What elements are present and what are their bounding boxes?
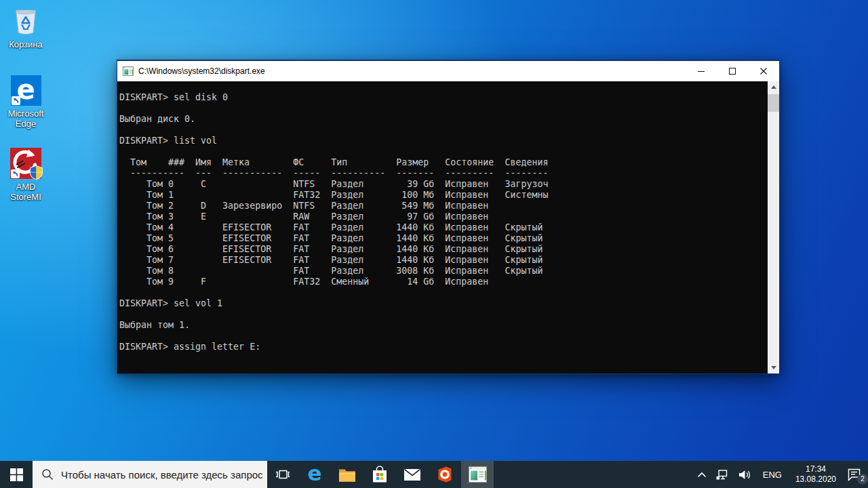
close-button[interactable] <box>748 61 779 81</box>
taskbar-file-explorer-button[interactable] <box>331 461 363 488</box>
system-tray: ENG 17:34 13.08.2020 2 <box>692 461 868 488</box>
search-placeholder: Чтобы начать поиск, введите здесь запрос <box>61 469 263 481</box>
desktop-icon-microsoft-edge[interactable]: e Microsoft Edge <box>1 73 51 129</box>
task-view-icon <box>275 468 290 481</box>
window-titlebar[interactable]: C:\Windows\system32\diskpart.exe <box>117 61 779 81</box>
console-output[interactable]: DISKPART> sel disk 0 Выбран диск 0. DISK… <box>117 81 768 373</box>
file-explorer-icon <box>338 468 356 482</box>
scroll-up-arrow-icon <box>771 85 776 89</box>
network-tray-icon[interactable] <box>711 461 734 488</box>
scroll-down-arrow-icon <box>771 366 776 369</box>
office-icon <box>437 466 453 483</box>
console-window-icon <box>469 466 487 483</box>
window-controls <box>686 61 779 81</box>
start-button[interactable] <box>0 461 33 488</box>
desktop-icon-recycle-bin[interactable]: Корзина <box>1 4 51 49</box>
taskbar-store-button[interactable] <box>363 461 396 488</box>
clock-time: 17:34 <box>795 464 836 474</box>
mail-icon <box>404 469 420 481</box>
console-scrollbar[interactable] <box>768 81 779 373</box>
desktop-icon-label: Microsoft Edge <box>1 108 51 129</box>
console-window: C:\Windows\system32\diskpart.exe DISKPAR… <box>117 60 780 374</box>
amd-storemi-icon <box>10 148 41 179</box>
notification-badge: 2 <box>857 474 868 485</box>
maximize-button[interactable] <box>717 61 748 81</box>
clock-date: 13.08.2020 <box>795 474 836 485</box>
edge-icon: e <box>11 75 41 106</box>
language-indicator[interactable]: ENG <box>756 470 789 480</box>
desktop: Корзина e Microsoft Edge <box>0 0 868 488</box>
speaker-icon <box>738 470 751 480</box>
chevron-up-icon <box>697 472 707 478</box>
minimize-button[interactable] <box>686 61 717 81</box>
action-center-button[interactable]: 2 <box>843 461 868 488</box>
taskbar-edge-button[interactable]: e <box>298 461 331 488</box>
hidden-icons-chevron[interactable] <box>692 461 711 488</box>
scrollbar-thumb[interactable] <box>768 94 779 112</box>
shortcut-arrow-icon <box>12 96 20 105</box>
recycle-bin-icon <box>13 4 39 37</box>
shortcut-arrow-icon <box>11 169 20 178</box>
taskbar: Чтобы начать поиск, введите здесь запрос… <box>0 461 868 488</box>
taskbar-office-button[interactable] <box>429 461 461 488</box>
task-view-button[interactable] <box>267 461 298 488</box>
scroll-up-button[interactable] <box>768 81 779 93</box>
console-viewport: DISKPART> sel disk 0 Выбран диск 0. DISK… <box>117 81 779 373</box>
taskbar-diskpart-button[interactable] <box>461 461 494 488</box>
taskbar-search[interactable]: Чтобы начать поиск, введите здесь запрос <box>33 461 267 488</box>
edge-icon: e <box>307 463 321 484</box>
desktop-icon-label: AMD StoreMI <box>1 182 51 202</box>
taskbar-clock[interactable]: 17:34 13.08.2020 <box>789 464 843 485</box>
scroll-down-button[interactable] <box>768 362 779 373</box>
uac-shield-icon <box>30 165 43 180</box>
windows-logo-icon <box>10 468 23 481</box>
volume-tray-icon[interactable] <box>734 461 756 488</box>
ethernet-network-icon <box>716 470 729 480</box>
taskbar-mail-button[interactable] <box>396 461 429 488</box>
search-icon <box>41 468 54 481</box>
window-title: C:\Windows\system32\diskpart.exe <box>138 66 265 76</box>
desktop-icon-label: Корзина <box>9 39 43 49</box>
microsoft-store-icon <box>372 466 387 483</box>
desktop-icon-amd-storemi[interactable]: AMD StoreMI <box>1 146 51 202</box>
console-app-icon <box>123 66 134 77</box>
